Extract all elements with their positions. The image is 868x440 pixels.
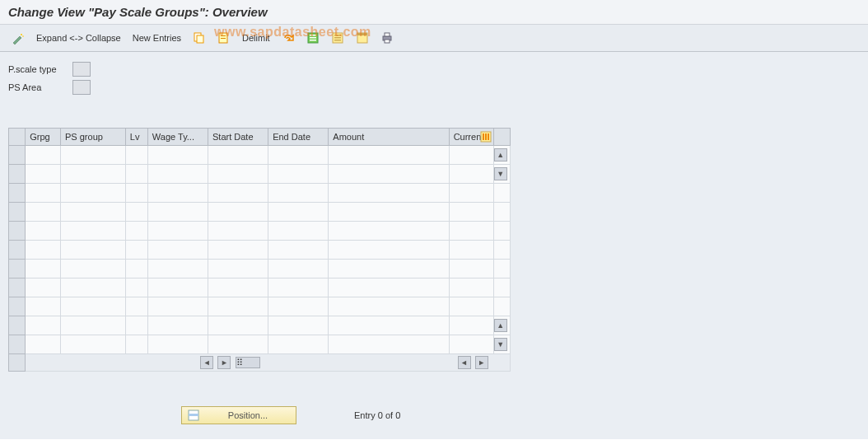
- table-cell[interactable]: [26, 222, 61, 241]
- row-selector[interactable]: [9, 184, 26, 203]
- vscroll-track[interactable]: ▲: [493, 146, 510, 165]
- hscroll-left-button[interactable]: ◄: [200, 356, 213, 369]
- expand-collapse-button[interactable]: Expand <-> Collapse: [31, 30, 126, 45]
- table-cell[interactable]: [449, 165, 493, 184]
- table-cell[interactable]: [208, 222, 268, 241]
- row-selector[interactable]: [9, 335, 26, 354]
- select-all-button[interactable]: [301, 29, 324, 47]
- col-lv[interactable]: Lv: [125, 129, 147, 146]
- vscroll-down2-button[interactable]: ▼: [494, 338, 507, 351]
- table-cell[interactable]: [147, 316, 208, 335]
- vscroll-track[interactable]: ▼: [493, 165, 510, 184]
- vscroll-up2-button[interactable]: ▲: [494, 319, 507, 332]
- table-cell[interactable]: [329, 297, 449, 316]
- table-cell[interactable]: [208, 241, 268, 260]
- row-selector[interactable]: [9, 203, 26, 222]
- copy-button[interactable]: [188, 29, 211, 47]
- table-cell[interactable]: [268, 335, 329, 354]
- table-cell[interactable]: [61, 297, 126, 316]
- table-cell[interactable]: [268, 279, 329, 297]
- row-selector[interactable]: [9, 316, 26, 335]
- table-cell[interactable]: [268, 260, 329, 279]
- print-button[interactable]: [376, 29, 399, 47]
- col-wage-type[interactable]: Wage Ty...: [147, 129, 208, 146]
- table-cell[interactable]: [208, 165, 268, 184]
- table-cell[interactable]: [147, 279, 208, 297]
- table-cell[interactable]: [61, 146, 126, 165]
- table-config-icon[interactable]: [480, 131, 492, 143]
- table-cell[interactable]: [61, 260, 126, 279]
- table-cell[interactable]: [147, 260, 208, 279]
- table-cell[interactable]: [125, 297, 147, 316]
- table-cell[interactable]: [268, 241, 329, 260]
- table-cell[interactable]: [208, 297, 268, 316]
- table-cell[interactable]: [329, 279, 449, 297]
- vscroll-down-button[interactable]: ▼: [494, 167, 507, 180]
- table-cell[interactable]: [449, 297, 493, 316]
- table-cell[interactable]: [208, 260, 268, 279]
- table-cell[interactable]: [26, 260, 61, 279]
- row-selector[interactable]: [9, 297, 26, 316]
- hscroll-handle[interactable]: ⠿: [236, 357, 260, 368]
- hscroll-right-button[interactable]: ►: [217, 356, 231, 369]
- table-cell[interactable]: [449, 316, 493, 335]
- table-cell[interactable]: [26, 297, 61, 316]
- table-cell[interactable]: [26, 184, 61, 203]
- table-cell[interactable]: [26, 165, 61, 184]
- tool-wand-button[interactable]: [7, 29, 30, 47]
- table-cell[interactable]: [449, 279, 493, 297]
- table-cell[interactable]: [26, 146, 61, 165]
- table-cell[interactable]: [26, 241, 61, 260]
- table-cell[interactable]: [329, 184, 449, 203]
- table-cell[interactable]: [208, 316, 268, 335]
- row-selector[interactable]: [9, 279, 26, 297]
- col-ps-group[interactable]: PS group: [61, 129, 126, 146]
- table-cell[interactable]: [26, 203, 61, 222]
- table-cell[interactable]: [125, 222, 147, 241]
- table-cell[interactable]: [268, 203, 329, 222]
- table-cell[interactable]: [125, 335, 147, 354]
- table-cell[interactable]: [449, 241, 493, 260]
- copy-selected-button[interactable]: [212, 29, 236, 47]
- table-cell[interactable]: [125, 241, 147, 260]
- table-cell[interactable]: [61, 335, 126, 354]
- table-cell[interactable]: [147, 165, 208, 184]
- vscroll-track[interactable]: ▼: [493, 335, 510, 354]
- table-cell[interactable]: [26, 279, 61, 297]
- table-cell[interactable]: [268, 165, 329, 184]
- hscroll-left2-button[interactable]: ◄: [458, 356, 471, 369]
- table-cell[interactable]: [208, 146, 268, 165]
- col-end-date[interactable]: End Date: [268, 129, 329, 146]
- table-cell[interactable]: [329, 316, 449, 335]
- table-cell[interactable]: [268, 222, 329, 241]
- table-cell[interactable]: [208, 335, 268, 354]
- table-cell[interactable]: [61, 222, 126, 241]
- table-cell[interactable]: [329, 146, 449, 165]
- table-cell[interactable]: [125, 146, 147, 165]
- table-cell[interactable]: [61, 203, 126, 222]
- table-cell[interactable]: [147, 335, 208, 354]
- layout-button[interactable]: [351, 29, 374, 47]
- table-cell[interactable]: [26, 316, 61, 335]
- undo-button[interactable]: [277, 29, 300, 47]
- row-selector[interactable]: [9, 260, 26, 279]
- table-cell[interactable]: [329, 222, 449, 241]
- new-entries-button[interactable]: New Entries: [128, 30, 186, 45]
- table-cell[interactable]: [208, 279, 268, 297]
- table-cell[interactable]: [449, 260, 493, 279]
- col-start-date[interactable]: Start Date: [208, 129, 268, 146]
- table-cell[interactable]: [449, 146, 493, 165]
- table-cell[interactable]: [208, 203, 268, 222]
- table-cell[interactable]: [125, 260, 147, 279]
- table-cell[interactable]: [449, 335, 493, 354]
- table-cell[interactable]: [147, 203, 208, 222]
- table-cell[interactable]: [329, 241, 449, 260]
- vscroll-up-button[interactable]: ▲: [494, 148, 507, 161]
- table-cell[interactable]: [329, 165, 449, 184]
- pscale-type-input[interactable]: [72, 62, 91, 77]
- table-cell[interactable]: [268, 184, 329, 203]
- position-button[interactable]: Position...: [181, 406, 296, 424]
- row-selector[interactable]: [9, 222, 26, 241]
- table-cell[interactable]: [61, 184, 126, 203]
- table-cell[interactable]: [125, 316, 147, 335]
